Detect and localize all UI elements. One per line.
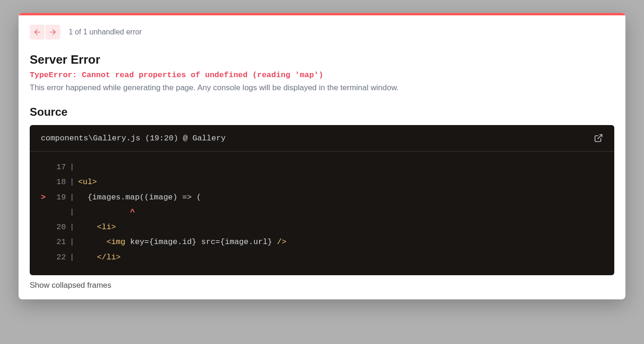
line-error-marker — [41, 220, 50, 235]
line-content: <ul> — [78, 175, 97, 190]
line-error-marker — [41, 175, 50, 190]
error-message: TypeError: Cannot read properties of und… — [30, 71, 614, 79]
code-line: 21| <img key={image.id} src={image.url} … — [41, 235, 603, 250]
line-separator: | — [66, 205, 78, 220]
code-line: >19| {images.map((image) => ( — [41, 190, 603, 205]
line-number: 22 — [50, 250, 66, 265]
source-code-block: components\Gallery.js (19:20) @ Gallery … — [30, 125, 614, 275]
external-link-icon — [594, 133, 603, 143]
error-nav-row: 1 of 1 unhandled error — [30, 25, 614, 40]
line-content: {images.map((image) => ( — [78, 190, 201, 205]
next-error-button[interactable] — [46, 25, 60, 40]
code-header: components\Gallery.js (19:20) @ Gallery — [30, 125, 614, 152]
show-collapsed-frames-link[interactable]: Show collapsed frames — [30, 281, 111, 290]
line-number: 21 — [50, 235, 66, 250]
line-separator: | — [66, 175, 78, 190]
line-content: <li> — [78, 220, 116, 235]
code-line: 22| </li> — [41, 250, 603, 265]
arrow-left-icon — [33, 28, 41, 36]
code-line: 20| <li> — [41, 220, 603, 235]
error-overlay-card: 1 of 1 unhandled error Server Error Type… — [19, 13, 625, 299]
line-content: ^ — [78, 205, 135, 220]
line-number — [50, 205, 66, 220]
line-content: </li> — [78, 250, 121, 265]
line-error-marker — [41, 235, 50, 250]
error-count-status: 1 of 1 unhandled error — [69, 28, 142, 36]
line-separator: | — [66, 190, 78, 205]
code-line: 17| — [41, 160, 603, 175]
source-heading: Source — [30, 106, 614, 119]
line-separator: | — [66, 160, 78, 175]
error-nav-buttons — [30, 25, 60, 40]
line-content: <img key={image.id} src={image.url} /> — [78, 235, 286, 250]
line-error-marker: > — [41, 190, 50, 205]
code-line: | ^ — [41, 205, 603, 220]
line-number: 18 — [50, 175, 66, 190]
code-line: 18|<ul> — [41, 175, 603, 190]
svg-line-2 — [598, 135, 602, 139]
line-error-marker — [41, 250, 50, 265]
line-separator: | — [66, 250, 78, 265]
line-separator: | — [66, 235, 78, 250]
arrow-right-icon — [49, 28, 57, 36]
code-body: 17| 18|<ul>>19| {images.map((image) => (… — [30, 152, 614, 275]
line-number: 20 — [50, 220, 66, 235]
prev-error-button[interactable] — [30, 25, 45, 40]
line-error-marker — [41, 205, 50, 220]
code-location: components\Gallery.js (19:20) @ Gallery — [41, 134, 226, 143]
line-error-marker — [41, 160, 50, 175]
error-hint: This error happened while generating the… — [30, 83, 614, 93]
card-content: 1 of 1 unhandled error Server Error Type… — [19, 15, 625, 299]
line-separator: | — [66, 220, 78, 235]
line-number: 17 — [50, 160, 66, 175]
line-number: 19 — [50, 190, 66, 205]
error-title: Server Error — [30, 53, 614, 67]
open-in-editor-button[interactable] — [594, 133, 603, 143]
